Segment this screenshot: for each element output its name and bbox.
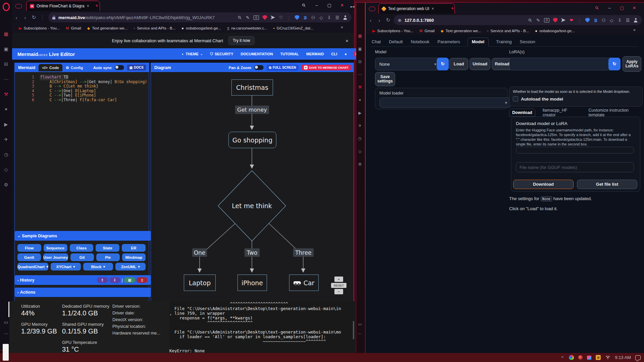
history-icon[interactable]: ◷ — [356, 135, 364, 142]
model-path-input[interactable] — [516, 147, 634, 154]
sample-xychart-button[interactable]: XYChart♥ — [51, 263, 81, 270]
docs-button[interactable]: ▤DOCS — [127, 64, 146, 71]
sample-er-button[interactable]: ER — [122, 244, 146, 252]
tray-red-sphere-icon[interactable] — [578, 355, 583, 360]
telegram-icon[interactable]: ✈ — [2, 135, 10, 144]
sample-git-button[interactable]: Git — [70, 253, 94, 261]
sample-quadrantchart-button[interactable]: QuadrantChart♥ — [17, 263, 48, 270]
bookmark-gcruz[interactable]: ▪GCruz19/GenZ_dat... — [273, 26, 314, 30]
apply-loras-button[interactable]: Apply LoRAs — [623, 56, 641, 72]
tab-default[interactable]: Default — [388, 38, 403, 46]
tab-close-icon[interactable]: × — [87, 4, 89, 8]
zoom-out-button[interactable]: − — [334, 289, 343, 294]
downloads-icon[interactable]: ⇩ — [327, 15, 331, 20]
tray-paint3d-icon[interactable] — [587, 356, 591, 360]
ublock-shield-icon[interactable] — [585, 18, 590, 22]
gx-corner-icon[interactable]: ⚒ — [356, 83, 364, 91]
gx-corner-icon[interactable]: ⚒ — [2, 90, 10, 99]
new-tab-button[interactable]: + — [95, 3, 98, 9]
send-to-device-icon[interactable] — [271, 15, 275, 19]
bookmark-gmail[interactable]: MGmail — [420, 29, 435, 33]
history-icon[interactable]: ◷ — [2, 150, 10, 159]
reload-icon[interactable]: ↻ — [30, 14, 38, 20]
lora-dropdown[interactable]: ▾ — [509, 58, 614, 70]
history-upload-button[interactable]: ↥ — [97, 277, 108, 283]
reload-icon[interactable]: ↻ — [384, 17, 392, 23]
bookmark-service-apis[interactable]: ▫Service and APIs - B... — [133, 26, 175, 30]
bookmark-carsonwebster[interactable]: ▯rw.carsonwebster.c... — [227, 26, 267, 31]
node-christmas[interactable]: Christmas — [231, 79, 273, 96]
youtube-icon[interactable]: ▶ — [356, 109, 364, 117]
history-header[interactable]: ›History ↥ ↧ | ▤ ▯ — [15, 275, 151, 285]
sample-flow-button[interactable]: Flow — [17, 244, 41, 252]
bookmarks-overflow-icon[interactable]: » — [633, 27, 636, 32]
adblock-shield-icon[interactable] — [263, 15, 267, 20]
sample-state-button[interactable]: State — [96, 244, 119, 252]
profile-icon[interactable] — [634, 18, 638, 22]
history-save-button[interactable]: ▤ — [124, 277, 135, 283]
autoload-checkbox[interactable] — [513, 96, 518, 102]
snapshot-icon[interactable] — [254, 15, 259, 20]
tray-browser-icon[interactable] — [569, 355, 574, 360]
menu-theme[interactable]: ◐THEME⌄ — [182, 52, 203, 56]
new-tab-button[interactable]: + — [451, 5, 454, 11]
auto-sync-toggle[interactable] — [115, 65, 124, 70]
node-laptop[interactable]: Laptop — [184, 275, 216, 291]
back-icon[interactable]: ‹ — [366, 17, 375, 23]
window-search-icon[interactable]: ⚲ — [592, 3, 602, 13]
tray-chevron-up-icon[interactable]: ^ — [560, 355, 565, 360]
close-button[interactable]: × — [338, 2, 346, 9]
search-icon[interactable]: ⚲ — [527, 17, 534, 23]
extensions-icon[interactable]: ◇ — [356, 147, 364, 155]
sample-diagrams-header[interactable]: ⌄Sample Diagrams — [15, 231, 151, 241]
menu-tutorial[interactable]: TUTORIAL — [280, 52, 299, 56]
get-file-list-button[interactable]: Get file list — [577, 180, 637, 189]
tab-code[interactable]: </>Code — [39, 64, 62, 71]
sample-pie-button[interactable]: Pie — [96, 253, 120, 261]
url-bar[interactable]: ⊕ 127.0.0.1:7860 ⚲✎❤|)))⚇◇⇩☰ — [394, 15, 642, 25]
tray-notification-icon[interactable] — [635, 355, 641, 360]
edit-icon[interactable]: ✎ — [246, 15, 250, 20]
minimize-button[interactable]: – — [313, 2, 321, 9]
github-icon[interactable]: ● — [344, 52, 347, 56]
tab-training[interactable]: Training — [495, 38, 512, 46]
tab-chat[interactable]: Chat — [371, 38, 381, 46]
more-icon[interactable]: ⋯ — [356, 330, 364, 338]
bookmark-textgen[interactable]: ◆Text generation we... — [87, 26, 128, 31]
maximize-button[interactable]: ▢ — [325, 2, 333, 9]
sample-gantt-button[interactable]: Gantt — [17, 253, 41, 261]
extension-robot-icon[interactable]: ⚇ — [601, 18, 606, 23]
node-car[interactable]: Car — [289, 275, 319, 291]
tray-clock[interactable]: 9:13 AM — [615, 355, 631, 360]
browser-tab[interactable]: Text generation web UI × — [378, 3, 455, 14]
tab-session[interactable]: Session — [519, 38, 536, 46]
settings-icon[interactable]: ☰ — [335, 15, 339, 20]
lora-refresh-button[interactable]: ↻ — [608, 58, 621, 70]
tab-model[interactable]: Model — [468, 38, 489, 47]
console-scrollbar[interactable] — [353, 321, 354, 339]
sample-class-button[interactable]: Class — [70, 244, 94, 252]
node-let-me-think[interactable]: Let me think — [228, 200, 275, 212]
search-icon[interactable]: ⚲ — [236, 14, 243, 21]
tab-notebook[interactable]: Notebook — [410, 38, 430, 46]
send-to-device-icon[interactable] — [561, 18, 566, 22]
bookmark-textgen[interactable]: ◆Text generation we... — [441, 29, 481, 33]
forward-icon[interactable]: › — [375, 17, 384, 23]
browser-tab[interactable]: M Online FlowChart & Diagra × — [26, 1, 100, 11]
download-button[interactable]: Download — [513, 180, 574, 189]
speed-dial-icon[interactable]: ▦ — [356, 32, 364, 40]
zoom-in-button[interactable]: + — [334, 277, 343, 282]
bookmark-github[interactable]: ●oobabooga/text-ge... — [181, 26, 221, 30]
bookmark-youtube[interactable]: ▶Subscriptions - You... — [19, 26, 60, 31]
history-delete-button[interactable]: ▯ — [137, 277, 148, 283]
bookmark-heart-icon[interactable]: ♡ — [279, 15, 283, 20]
model-refresh-button[interactable]: ↻ — [437, 58, 449, 70]
gx-controller-icon[interactable] — [15, 4, 22, 8]
ublock-shield-icon[interactable] — [295, 15, 299, 20]
tab-close-icon[interactable]: × — [432, 6, 434, 11]
twitch-icon[interactable]: ⊟ — [356, 58, 364, 65]
workspace-icon[interactable]: ▣ — [2, 45, 10, 53]
bookmark-service-apis[interactable]: ▫Service and APIs - B... — [487, 29, 529, 33]
actions-header[interactable]: ›Actions — [15, 288, 151, 297]
maximize-button[interactable]: ▢ — [618, 5, 626, 11]
